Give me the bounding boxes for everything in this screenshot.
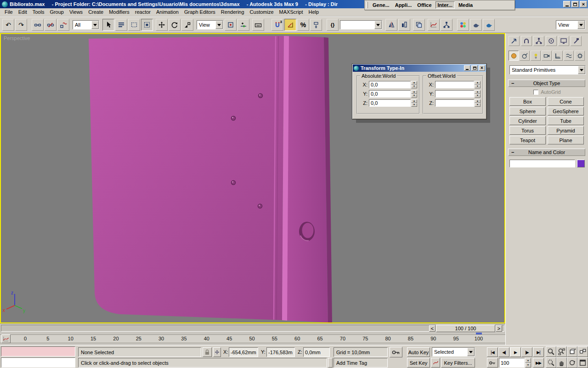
dropdown-button[interactable] [91, 21, 99, 29]
menu-reactor[interactable]: reactor [132, 8, 153, 16]
quick-render-button[interactable] [483, 19, 495, 31]
absolute-offset-mode-toggle[interactable] [213, 347, 221, 357]
tab-hierarchy[interactable] [533, 36, 544, 46]
material-editor-button[interactable] [457, 19, 469, 31]
maximize-button[interactable] [571, 1, 579, 7]
spin-down-icon[interactable]: ▼ [475, 103, 481, 107]
select-object-button[interactable] [102, 19, 114, 31]
spin-down-icon[interactable]: ▼ [411, 103, 417, 107]
set-key-button[interactable]: Set Key [407, 358, 430, 368]
named-selection-sets-button[interactable]: {} [327, 19, 339, 31]
select-and-rotate-button[interactable] [169, 19, 181, 31]
abs-z-spinner[interactable]: ▲▼ [411, 99, 417, 107]
reference-coordinate-system-dropdown[interactable]: View [197, 20, 223, 29]
abs-x-spinner[interactable]: ▲▼ [411, 81, 417, 88]
spin-down-icon[interactable]: ▼ [525, 363, 531, 368]
coord-z-input[interactable] [303, 347, 330, 357]
spin-up-icon[interactable]: ▲ [411, 90, 417, 94]
menu-create[interactable]: Create [85, 8, 106, 16]
tab-utilities[interactable] [571, 36, 582, 46]
menu-customize[interactable]: Customize [247, 8, 277, 16]
use-pivot-point-center-button[interactable] [225, 19, 237, 31]
menu-help[interactable]: Help [306, 8, 322, 16]
angle-snap-toggle-button[interactable] [284, 19, 296, 31]
category-lights[interactable] [531, 51, 541, 61]
primitive-pyramid-button[interactable]: Pyramid [548, 126, 584, 135]
dialog-minimize-button[interactable] [464, 65, 470, 71]
spin-up-icon[interactable]: ▲ [411, 99, 417, 103]
dialog-close-button[interactable]: × [479, 65, 485, 71]
keyboard-shortcut-override-button[interactable] [252, 19, 264, 31]
key-filters-button[interactable]: Key Filters... [441, 358, 475, 368]
menu-animation[interactable]: Animation [153, 8, 181, 16]
spin-up-icon[interactable]: ▲ [475, 90, 481, 94]
auto-key-button[interactable]: Auto Key [407, 347, 430, 357]
tab-display[interactable] [558, 36, 569, 46]
off-z-spinner[interactable]: ▲▼ [475, 99, 481, 107]
spin-up-icon[interactable]: ▲ [411, 81, 417, 85]
render-scene-dialog-button[interactable] [470, 19, 482, 31]
dropdown-button[interactable] [467, 348, 475, 356]
menu-maxscript[interactable]: MAXScript [277, 8, 306, 16]
autogrid-checkbox[interactable] [533, 90, 538, 95]
select-and-move-button[interactable] [156, 19, 168, 31]
select-and-scale-button[interactable] [181, 19, 193, 31]
dropdown-button[interactable] [577, 21, 585, 29]
track-ruler[interactable]: 0510152025303540455055606570758085909510… [0, 334, 505, 343]
next-frame-arrow[interactable]: > [496, 325, 502, 332]
off-y-input[interactable] [435, 90, 474, 98]
off-x-spinner[interactable]: ▲▼ [475, 81, 481, 88]
primitive-category-dropdown[interactable]: Standard Primitives [509, 65, 586, 75]
tab-motion[interactable] [546, 36, 557, 46]
zoom-all-button[interactable] [556, 346, 567, 357]
abs-x-input[interactable] [369, 81, 411, 88]
dropdown-button[interactable] [578, 66, 585, 74]
unlink-selection-button[interactable] [45, 19, 57, 31]
spin-down-icon[interactable]: ▼ [411, 94, 417, 98]
binder-object[interactable] [89, 36, 332, 322]
redo-button[interactable]: ↷ [15, 19, 27, 31]
add-time-tag-field[interactable]: Add Time Tag [334, 358, 388, 368]
bind-to-spacewarp-button[interactable] [57, 19, 69, 31]
maxscript-mini-listener-input[interactable] [1, 357, 75, 368]
abs-z-input[interactable] [369, 99, 411, 107]
dialog-title-bar[interactable]: Transform Type-In × [353, 64, 486, 72]
select-by-name-button[interactable] [115, 19, 127, 31]
dropdown-button[interactable] [215, 21, 223, 29]
snaps-toggle-button[interactable]: 3 [271, 19, 283, 31]
category-systems[interactable] [575, 51, 585, 61]
viewport-label[interactable]: Perspective [4, 35, 30, 41]
align-button[interactable] [398, 19, 410, 31]
category-geometry[interactable] [509, 51, 519, 61]
spin-up-icon[interactable]: ▲ [475, 99, 481, 103]
time-slider-handle[interactable]: 100 / 100 [436, 325, 495, 332]
select-and-manipulate-button[interactable] [237, 19, 249, 31]
default-tangent-button[interactable] [431, 358, 440, 368]
primitive-cone-button[interactable]: Cone [548, 97, 584, 106]
zoom-extents-all-button[interactable] [577, 346, 588, 357]
toolbar-grip-icon[interactable] [367, 2, 368, 8]
fast-forward-button[interactable]: ▶▶ [533, 358, 544, 368]
maxscript-mini-listener-macro[interactable] [1, 346, 75, 356]
dialog-maximize-button[interactable] [471, 65, 478, 71]
zoom-button[interactable] [546, 346, 556, 357]
category-cameras[interactable] [542, 51, 552, 61]
overlay-item[interactable]: Appli... [393, 2, 414, 8]
overlay-item[interactable]: Gene... [371, 2, 391, 8]
frame-spinner[interactable]: ▲▼ [525, 358, 531, 368]
category-spacewarps[interactable] [564, 51, 574, 61]
menu-file[interactable]: File [2, 8, 16, 16]
primitive-cylinder-button[interactable]: Cylinder [509, 116, 546, 125]
selection-lock-toggle[interactable] [203, 347, 212, 357]
current-frame-field[interactable] [499, 358, 525, 368]
menu-views[interactable]: Views [67, 8, 85, 16]
menu-tools[interactable]: Tools [30, 8, 47, 16]
overlay-item[interactable]: Office [415, 2, 433, 8]
next-frame-button[interactable]: |▶ [521, 347, 532, 357]
category-shapes[interactable] [520, 51, 530, 61]
minimize-button[interactable] [563, 1, 571, 7]
tab-create[interactable] [509, 36, 520, 46]
menu-group[interactable]: Group [47, 8, 67, 16]
spin-up-icon[interactable]: ▲ [475, 81, 481, 85]
abs-y-input[interactable] [369, 90, 411, 98]
